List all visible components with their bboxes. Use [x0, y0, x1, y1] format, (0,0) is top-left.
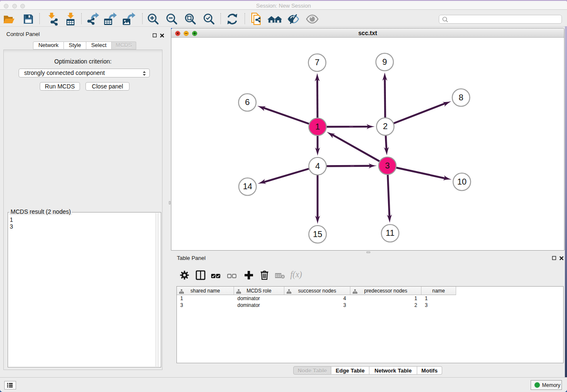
- svg-text:6: 6: [245, 97, 250, 107]
- svg-text:9: 9: [382, 57, 387, 66]
- svg-text:1: 1: [315, 122, 320, 131]
- svg-text:8: 8: [459, 93, 463, 102]
- svg-text:14: 14: [243, 182, 252, 191]
- svg-text:11: 11: [386, 228, 395, 237]
- svg-text:3: 3: [385, 161, 390, 170]
- svg-text:7: 7: [315, 58, 319, 67]
- svg-text:4: 4: [315, 161, 320, 171]
- svg-text:10: 10: [457, 177, 466, 186]
- svg-text:2: 2: [383, 121, 388, 131]
- svg-text:15: 15: [313, 229, 322, 239]
